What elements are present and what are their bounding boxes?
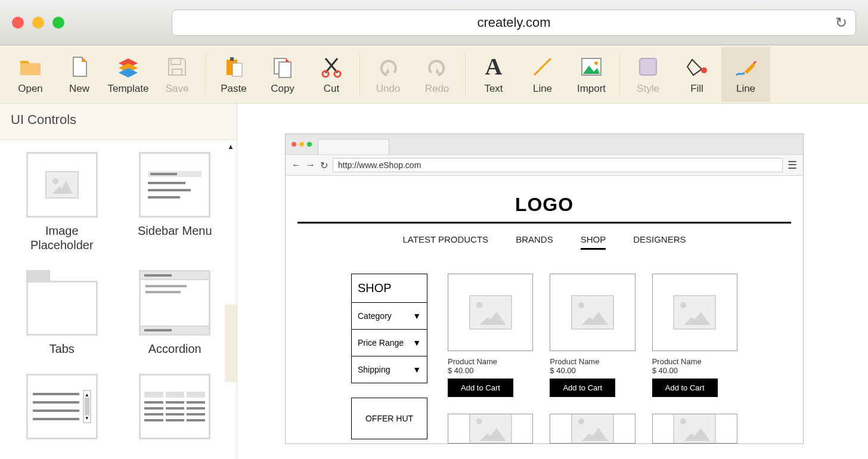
sidebar-title: UI Controls [0, 104, 237, 139]
toolbar-separator [359, 54, 360, 95]
toolbar-separator [465, 54, 466, 95]
nav-item: BRANDS [516, 234, 553, 250]
open-label: Open [18, 83, 43, 95]
save-button[interactable]: Save [153, 47, 202, 102]
control-label: Accordion [148, 342, 202, 356]
mockup-shop-layout: SHOP Category▼ Price Range▼ Shipping▼ OF… [297, 274, 791, 444]
product-name: Product Name [448, 357, 533, 366]
product-image [448, 414, 533, 444]
text-icon: A [481, 54, 506, 79]
template-button[interactable]: Template [104, 47, 153, 102]
text-button[interactable]: A Text [469, 47, 518, 102]
product-name: Product Name [652, 357, 737, 366]
reload-icon[interactable]: ↻ [835, 14, 847, 31]
image-placeholder-icon [26, 152, 98, 218]
scroll-thumb[interactable] [225, 305, 237, 382]
mockup-window-controls [292, 142, 312, 147]
add-to-cart-button: Add to Cart [550, 379, 615, 397]
line-tool-label: Line [736, 83, 755, 95]
mockup-browser[interactable]: ← → ↻ http://www.eShop.com ☰ LOGO LATEST… [285, 134, 804, 444]
style-icon [636, 54, 661, 79]
product-image [652, 274, 737, 351]
maximize-icon [307, 142, 312, 147]
product-card [652, 414, 737, 444]
nav-item: LATEST PRODUCTS [402, 234, 488, 250]
svg-rect-4 [279, 62, 291, 77]
mockup-nav-bar: ← → ↻ http://www.eShop.com ☰ [286, 154, 803, 176]
mockup-tab [318, 139, 389, 154]
product-card: Product Name $ 40.00 Add to Cart [550, 274, 635, 397]
app-toolbar: Open New Template Save Paste Copy C [0, 45, 868, 104]
control-image-placeholder[interactable]: Image Placeholder [14, 152, 110, 252]
shop-filter-box: SHOP Category▼ Price Range▼ Shipping▼ [351, 274, 427, 383]
fill-button[interactable]: Fill [672, 47, 721, 102]
cut-button[interactable]: Cut [307, 47, 356, 102]
mockup-logo: LOGO [297, 194, 791, 216]
import-button[interactable]: Import [567, 47, 616, 102]
template-icon [116, 54, 141, 79]
workspace: UI Controls Image Placeholder Si [0, 104, 868, 459]
maximize-window-icon[interactable] [52, 17, 64, 29]
close-icon [292, 142, 296, 147]
product-card [550, 414, 635, 444]
minimize-icon [299, 142, 304, 147]
product-price: $ 40.00 [652, 366, 737, 375]
open-button[interactable]: Open [6, 47, 55, 102]
paste-button[interactable]: Paste [209, 47, 258, 102]
folder-icon [18, 54, 43, 79]
address-bar[interactable]: creately.com ↻ [172, 10, 856, 36]
mockup-shop-sidebar: SHOP Category▼ Price Range▼ Shipping▼ OF… [351, 274, 427, 444]
control-label: Sidebar Menu [138, 224, 212, 238]
mockup-url-text: http://www.eShop.com [338, 160, 421, 170]
product-price: $ 40.00 [448, 366, 533, 375]
chevron-down-icon: ▼ [413, 365, 421, 374]
style-label: Style [637, 83, 659, 95]
minimize-window-icon[interactable] [32, 17, 44, 29]
filter-label: Shipping [358, 365, 390, 374]
nav-item: DESIGNERS [633, 234, 686, 250]
product-price: $ 40.00 [550, 366, 635, 375]
canvas-area[interactable]: ← → ↻ http://www.eShop.com ☰ LOGO LATEST… [237, 104, 868, 459]
product-image [550, 274, 635, 351]
sidebar-scrollbar[interactable]: ▲ [225, 140, 237, 459]
shop-filter-header: SHOP [352, 274, 427, 303]
product-name: Product Name [550, 357, 635, 366]
line-shape-button[interactable]: Line [518, 47, 567, 102]
paste-label: Paste [221, 83, 246, 95]
pencil-icon [733, 54, 758, 79]
address-bar-text: creately.com [477, 15, 550, 30]
import-label: Import [577, 83, 606, 95]
save-icon [165, 54, 190, 79]
product-image [448, 274, 533, 351]
scroll-up-icon[interactable]: ▲ [225, 140, 237, 153]
svg-line-7 [534, 58, 551, 75]
svg-point-9 [594, 61, 598, 65]
product-card [448, 414, 533, 444]
control-data-grid[interactable] [128, 374, 223, 439]
control-scrollable-list[interactable]: ▲▼ [14, 374, 110, 439]
control-accordion[interactable]: Accordion [128, 270, 223, 356]
new-file-icon [67, 54, 92, 79]
redo-label: Redo [425, 83, 450, 95]
svg-point-11 [701, 67, 707, 73]
mockup-page-body: LOGO LATEST PRODUCTS BRANDS SHOP DESIGNE… [286, 176, 803, 444]
undo-button[interactable]: Undo [364, 47, 413, 102]
chevron-down-icon: ▼ [413, 311, 421, 321]
shapes-sidebar: UI Controls Image Placeholder Si [0, 104, 237, 459]
control-sidebar-menu[interactable]: Sidebar Menu [128, 152, 223, 252]
line-tool-button[interactable]: Line [721, 47, 770, 102]
save-label: Save [166, 83, 189, 95]
svg-rect-10 [640, 58, 656, 75]
style-button[interactable]: Style [624, 47, 672, 102]
close-window-icon[interactable] [12, 17, 24, 29]
redo-icon [424, 54, 450, 79]
new-button[interactable]: New [55, 47, 104, 102]
toolbar-separator [205, 54, 206, 95]
hamburger-icon: ☰ [788, 159, 797, 172]
control-tabs[interactable]: Tabs [14, 270, 110, 356]
redo-button[interactable]: Redo [413, 47, 461, 102]
fill-icon [684, 54, 709, 79]
product-grid: Product Name $ 40.00 Add to Cart Product… [448, 274, 737, 444]
filter-label: Price Range [358, 338, 404, 348]
copy-button[interactable]: Copy [258, 47, 307, 102]
